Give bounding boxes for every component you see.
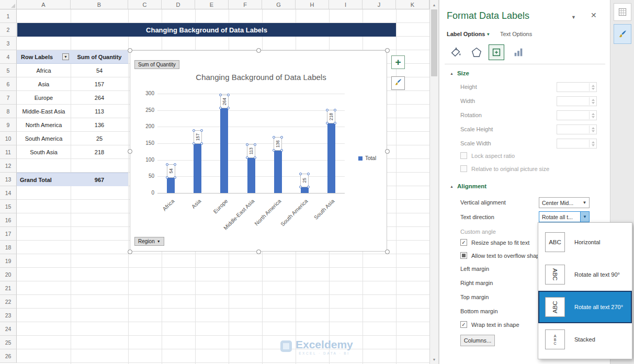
checkbox-icon[interactable]: ✓	[460, 239, 467, 246]
data-label-Middle-East Asia[interactable]: 113	[247, 144, 255, 158]
caret-down-icon[interactable]: ▼	[580, 198, 589, 208]
table-row[interactable]: Europe264	[17, 91, 128, 105]
row-header-22[interactable]: 22	[0, 295, 17, 309]
menu-item-horizontal[interactable]: ABCHorizontal	[538, 226, 632, 258]
menu-item-stacked[interactable]: A B CStacked	[538, 323, 632, 356]
menu-item-rotate-all-text-270[interactable]: ABCRotate all text 270°	[538, 291, 632, 323]
height-input[interactable]	[557, 82, 597, 92]
spinner-icon[interactable]	[589, 126, 596, 133]
data-label-Africa[interactable]: 54	[167, 164, 175, 178]
table-row[interactable]: Africa54	[17, 64, 128, 77]
column-header-C[interactable]: C	[128, 0, 162, 9]
chart-legend[interactable]: Total	[358, 155, 376, 161]
menu-item-rotate-all-text-90[interactable]: ABCRotate all text 90°	[538, 258, 632, 291]
data-label-North America[interactable]: 136	[274, 137, 282, 151]
column-header-I[interactable]: I	[329, 0, 363, 9]
column-header-F[interactable]: F	[229, 0, 262, 9]
spinner-icon[interactable]	[589, 140, 596, 147]
table-row[interactable]: North America136	[17, 118, 128, 132]
rotation-input[interactable]	[557, 110, 597, 120]
bar-Asia[interactable]	[194, 141, 201, 193]
row-header-25[interactable]: 25	[0, 336, 17, 349]
width-input[interactable]	[557, 96, 597, 106]
pivot-header-row-labels[interactable]: Row Labels ▼	[17, 50, 71, 63]
label-options-chart-icon[interactable]	[511, 44, 526, 60]
chart-selection-handle[interactable]	[256, 249, 261, 254]
pivot-header-row[interactable]: Row Labels ▼ Sum of Quantity	[17, 50, 128, 64]
select-all-corner[interactable]	[0, 0, 17, 9]
scale-width-input[interactable]	[557, 139, 597, 149]
row-header-1[interactable]: 1	[0, 9, 17, 23]
fill-line-icon[interactable]	[448, 44, 463, 60]
row-header-3[interactable]: 3	[0, 37, 17, 50]
chart-title[interactable]: Changing Background of Data Labels	[162, 73, 360, 82]
chart-add-elements-button[interactable]: +	[391, 55, 405, 69]
value-field-button[interactable]: Sum of Quantity	[134, 60, 179, 69]
column-header-J[interactable]: J	[363, 0, 396, 9]
scroll-down-icon[interactable]: ▼	[430, 355, 438, 363]
wrap-text-checkbox[interactable]: ✓Wrap text in shape	[460, 321, 519, 328]
row-header-19[interactable]: 19	[0, 254, 17, 268]
data-label-Asia[interactable]: 157	[194, 130, 202, 144]
filter-icon[interactable]: ▼	[62, 53, 69, 60]
scale-height-input[interactable]	[557, 124, 597, 134]
scrollbar-thumb[interactable]	[431, 9, 437, 76]
data-label-South Asia[interactable]: 218	[327, 110, 335, 123]
pivot-grand-total-row[interactable]: Grand Total 967	[17, 173, 128, 186]
column-header-A[interactable]: A	[17, 0, 71, 9]
row-header-26[interactable]: 26	[0, 349, 17, 363]
vertical-alignment-dropdown[interactable]: Center Mid... ▼	[539, 197, 590, 208]
row-header-7[interactable]: 7	[0, 91, 17, 105]
chart-style-button[interactable]	[391, 76, 405, 90]
tab-label-options[interactable]: Label Options ▾	[447, 31, 489, 37]
row-header-21[interactable]: 21	[0, 281, 17, 295]
row-header-8[interactable]: 8	[0, 105, 17, 118]
column-header-E[interactable]: E	[195, 0, 229, 9]
resize-shape-checkbox[interactable]: ✓Resize shape to fit text	[460, 239, 529, 246]
scroll-up-icon[interactable]: ▲	[430, 1, 438, 9]
table-row[interactable]: Middle-East Asia113	[17, 105, 128, 118]
chart-selection-handle[interactable]	[128, 149, 132, 154]
bar-North America[interactable]	[274, 148, 282, 193]
bar-South Asia[interactable]	[327, 121, 335, 193]
row-header-12[interactable]: 12	[0, 159, 17, 173]
row-header-13[interactable]: 13	[0, 173, 17, 186]
columns-button[interactable]: Columns...	[460, 335, 495, 346]
column-header-K[interactable]: K	[396, 0, 429, 9]
chart-selection-handle[interactable]	[128, 249, 132, 254]
bar-Middle-East Asia[interactable]	[247, 155, 255, 193]
pivot-header-value[interactable]: Sum of Quantity	[71, 50, 128, 63]
column-header-B[interactable]: B	[71, 0, 128, 9]
row-header-4[interactable]: 4	[0, 50, 17, 64]
close-icon[interactable]: ✕	[591, 11, 597, 19]
pivot-chart[interactable]: Sum of Quantity Changing Background of D…	[130, 50, 387, 252]
spinner-icon[interactable]	[589, 97, 596, 105]
size-properties-icon[interactable]	[489, 44, 504, 60]
row-header-17[interactable]: 17	[0, 227, 17, 241]
size-section-header[interactable]: ▲ Size	[450, 70, 469, 76]
chart-selection-handle[interactable]	[385, 249, 390, 254]
row-header-23[interactable]: 23	[0, 309, 17, 322]
row-header-20[interactable]: 20	[0, 268, 17, 281]
row-header-14[interactable]: 14	[0, 186, 17, 200]
spinner-icon[interactable]	[589, 83, 596, 91]
tab-text-options[interactable]: Text Options	[500, 31, 532, 37]
caret-down-icon[interactable]: ▼	[580, 212, 589, 222]
row-header-11[interactable]: 11	[0, 145, 17, 159]
column-header-G[interactable]: G	[262, 0, 296, 9]
row-header-5[interactable]: 5	[0, 64, 17, 77]
row-header-9[interactable]: 9	[0, 118, 17, 132]
chart-selection-handle[interactable]	[385, 48, 390, 53]
row-header-18[interactable]: 18	[0, 241, 17, 254]
checkbox-icon[interactable]	[460, 252, 467, 259]
brush-pane-icon[interactable]	[614, 24, 631, 44]
column-header-D[interactable]: D	[162, 0, 195, 9]
pane-menu-caret-icon[interactable]: ▼	[571, 15, 576, 20]
grid-pane-icon[interactable]	[614, 3, 631, 21]
relative-to-original-checkbox[interactable]: Relative to original picture size	[460, 165, 549, 172]
data-label-South America[interactable]: 25	[300, 174, 309, 187]
row-header-6[interactable]: 6	[0, 77, 17, 91]
title-banner-cell[interactable]: Changing Background of Data Labels	[17, 23, 396, 37]
row-header-24[interactable]: 24	[0, 322, 17, 336]
axis-field-button[interactable]: Region ▼	[134, 237, 164, 246]
